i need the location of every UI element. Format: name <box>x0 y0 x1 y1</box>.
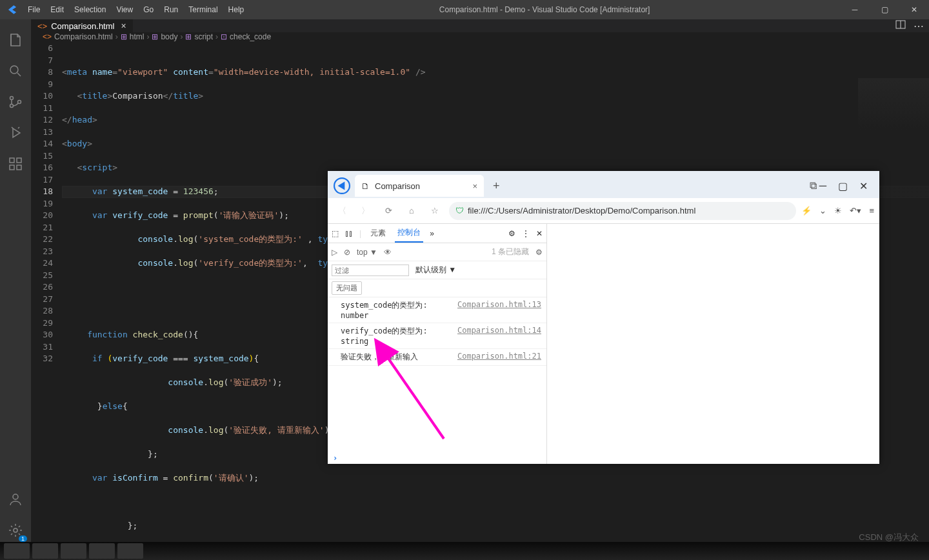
console-issues-bar: 无问题 <box>328 279 546 297</box>
tab-elements[interactable]: 元素 <box>368 224 388 243</box>
window-title: Comparison.html - Demo - Visual Studio C… <box>249 5 840 14</box>
context-selector[interactable]: top ▼ <box>357 248 377 257</box>
log-message: system_code的类型为: number <box>341 300 428 320</box>
tab-label: Comparison.html <box>51 21 114 31</box>
theme-icon[interactable]: ☀ <box>834 206 842 215</box>
tab-console[interactable]: 控制台 <box>395 224 423 243</box>
extensions-icon[interactable] <box>0 148 31 179</box>
browser-maximize-button[interactable]: ▢ <box>838 180 848 192</box>
restore-icon[interactable]: ↶▾ <box>850 206 861 215</box>
url-text: file:///C:/Users/Administrator/Desktop/D… <box>468 206 695 215</box>
settings-gear-icon[interactable]: 1 <box>0 515 31 546</box>
browser-minimize-button[interactable]: ─ <box>819 180 826 192</box>
menu-selection[interactable]: Selection <box>69 5 111 14</box>
split-editor-icon[interactable] <box>895 19 906 32</box>
eye-icon[interactable]: 👁 <box>384 248 392 257</box>
back-button[interactable]: 〈 <box>333 202 351 220</box>
console-log-row: system_code的类型为: numberComparison.html:1… <box>328 297 546 323</box>
console-filter-bar: 默认级别 ▼ <box>328 261 546 279</box>
more-actions-icon[interactable]: ⋯ <box>914 20 924 32</box>
svg-rect-5 <box>10 165 14 170</box>
html-file-icon: <> <box>43 32 52 41</box>
settings-gear-icon[interactable]: ⚙ <box>535 248 543 257</box>
account-icon[interactable] <box>0 484 31 515</box>
console-prompt[interactable]: › <box>328 452 546 464</box>
page-icon: 🗋 <box>361 181 370 191</box>
browser-tab[interactable]: 🗋 Comparison × <box>355 175 484 197</box>
console-log-row: verify_code的类型为: stringComparison.html:1… <box>328 323 546 349</box>
browser-profile-icon[interactable] <box>332 175 352 196</box>
taskbar-item[interactable] <box>4 543 30 559</box>
tab-search-icon: ⧉ <box>810 180 817 192</box>
menu-edit[interactable]: Edit <box>45 5 69 14</box>
menu-help[interactable]: Help <box>223 5 250 14</box>
log-message: verify_code的类型为: string <box>341 326 428 346</box>
menu-view[interactable]: View <box>111 5 138 14</box>
log-source-link[interactable]: Comparison.html:13 <box>457 300 541 320</box>
reload-button[interactable]: ⟳ <box>379 202 397 220</box>
minimize-button[interactable]: ─ <box>840 0 870 19</box>
console-toolbar: ▷ ⊘ top ▼ 👁 1 条已隐藏 ⚙ <box>328 243 546 261</box>
taskbar-item[interactable] <box>89 543 115 559</box>
svg-point-9 <box>14 528 17 532</box>
svg-point-3 <box>18 101 21 104</box>
run-debug-icon[interactable] <box>0 117 31 148</box>
kebab-icon[interactable]: ⋮ <box>522 229 530 238</box>
issues-chip[interactable]: 无问题 <box>332 281 362 295</box>
menu-run[interactable]: Run <box>159 5 183 14</box>
svg-rect-6 <box>17 165 21 170</box>
taskbar-item[interactable] <box>61 543 86 559</box>
tab-comparison[interactable]: <> Comparison.html × <box>31 19 134 32</box>
svg-rect-7 <box>17 158 21 163</box>
home-button[interactable]: ⌂ <box>403 202 421 220</box>
close-button[interactable]: ✕ <box>899 0 929 19</box>
new-tab-button[interactable]: + <box>486 179 506 193</box>
svg-point-0 <box>10 66 18 74</box>
tab-close-icon[interactable]: × <box>472 181 477 191</box>
chevron-down-icon[interactable]: ⌄ <box>819 206 826 215</box>
browser-close-button[interactable]: ✕ <box>859 180 868 192</box>
log-source-link[interactable]: Comparison.html:14 <box>457 326 541 346</box>
inspect-icon[interactable]: ⬚ <box>332 229 339 238</box>
more-tabs-icon[interactable]: » <box>430 229 434 238</box>
maximize-button[interactable]: ▢ <box>870 0 899 19</box>
device-toggle-icon[interactable]: ⫿⫿ <box>345 229 353 238</box>
menu-terminal[interactable]: Terminal <box>183 5 223 14</box>
console-output: system_code的类型为: numberComparison.html:1… <box>328 297 546 452</box>
window-titlebar: File Edit Selection View Go Run Terminal… <box>0 0 929 19</box>
log-level-selector[interactable]: 默认级别 ▼ <box>415 265 456 275</box>
taskbar-item[interactable] <box>117 543 143 559</box>
tab-close-icon[interactable]: × <box>121 21 126 31</box>
clear-console-icon[interactable]: ⊘ <box>344 248 350 257</box>
breadcrumbs[interactable]: <> Comparison.html› ⊞html› ⊞body› ⊞scrip… <box>31 32 929 41</box>
vscode-logo-icon <box>0 5 23 15</box>
settings-gear-icon[interactable]: ⚙ <box>508 229 515 238</box>
explorer-icon[interactable] <box>0 25 31 55</box>
log-source-link[interactable]: Comparison.html:21 <box>457 352 541 363</box>
play-icon[interactable]: ▷ <box>332 248 337 257</box>
forward-button[interactable]: 〉 <box>356 202 374 220</box>
svg-point-1 <box>10 97 14 100</box>
activity-bar: 1 <box>0 19 31 546</box>
favorite-button[interactable]: ☆ <box>426 202 444 220</box>
url-input[interactable]: 🛡 file:///C:/Users/Administrator/Desktop… <box>449 202 796 220</box>
log-message: 验证失败，请重新输入 <box>341 352 418 363</box>
filter-input[interactable] <box>332 265 409 276</box>
taskbar-item[interactable] <box>32 543 58 559</box>
source-control-icon[interactable] <box>0 86 31 117</box>
menu-go[interactable]: Go <box>138 5 159 14</box>
browser-tab-title: Comparison <box>375 181 420 191</box>
editor-tabs: <> Comparison.html × ⋯ <box>31 19 929 32</box>
svg-point-8 <box>13 494 18 499</box>
line-gutter: 6789101112131415161718192021222324252627… <box>31 41 62 560</box>
menu-file[interactable]: File <box>23 5 45 14</box>
app-menu: File Edit Selection View Go Run Terminal… <box>23 5 249 14</box>
windows-taskbar[interactable] <box>0 542 929 560</box>
search-icon[interactable] <box>0 55 31 86</box>
devtools-close-icon[interactable]: ✕ <box>536 229 543 238</box>
svg-point-2 <box>10 105 14 108</box>
flash-icon[interactable]: ⚡ <box>801 206 812 215</box>
menu-icon[interactable]: ≡ <box>869 206 874 215</box>
devtools-tabs: ⬚ ⫿⫿ | 元素 控制台 » ⚙ ⋮ ✕ <box>328 224 546 243</box>
rendered-page[interactable] <box>547 224 879 464</box>
